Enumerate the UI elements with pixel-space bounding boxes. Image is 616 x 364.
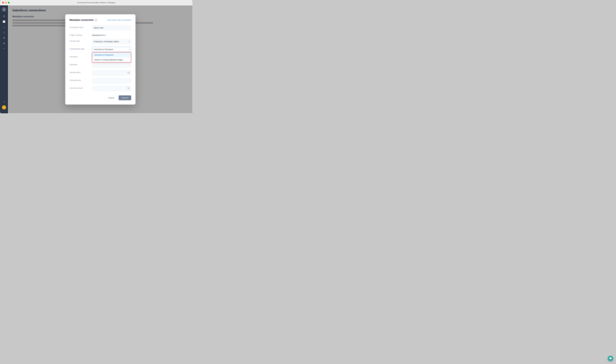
project-version-value: Salesforce/V.0.1 <box>92 33 131 36</box>
connection-name-input[interactable] <box>92 25 131 30</box>
dropdown-item-username-password[interactable]: Username & Password <box>92 52 131 57</box>
auth-type-value: Username & Password <box>94 48 113 51</box>
sidebar-icon-settings[interactable]: ⚙ <box>2 36 6 40</box>
consumer-secret-input[interactable] <box>92 86 131 91</box>
info-icon[interactable]: ? <box>95 19 97 21</box>
app-window: AI Powered Test Automation Platform | Te… <box>0 0 192 113</box>
password-label: Password <box>69 63 90 65</box>
password-row: Password <box>69 63 131 68</box>
traffic-lights <box>2 2 10 3</box>
cancel-button[interactable]: Cancel <box>106 95 117 100</box>
auth-type-label: Authentication type <box>69 47 90 50</box>
username-label: Username <box>69 55 90 58</box>
password-field <box>92 63 131 68</box>
sidebar-icon-integrations[interactable]: ⊞ <box>2 41 6 45</box>
consumer-key-input[interactable] <box>92 78 131 83</box>
modal-title-text: Metadata connection <box>69 19 94 21</box>
connect-with-value: Production / Developer edition <box>94 40 119 43</box>
connection-name-row: Connection name <box>69 25 131 30</box>
project-version-row: Project / Version Salesforce/V.0.1 <box>69 33 131 36</box>
security-token-field <box>92 70 131 75</box>
consumer-key-row: Consumer key <box>69 78 131 83</box>
connect-with-label: Connect with <box>69 39 90 42</box>
consumer-secret-row: Consumer secret <box>69 86 131 91</box>
learn-how-link[interactable]: Learn how to add a connection <box>107 19 131 21</box>
sidebar-icon-reports[interactable]: ≈ <box>2 46 6 51</box>
consumer-secret-field <box>92 86 131 91</box>
auth-type-dropdown-menu: Username & Password OAuth 2.0 (using Sal… <box>92 52 131 63</box>
modal-header: Metadata connection ? Learn how to add a… <box>69 19 131 21</box>
auth-type-select-wrapper: Username & Password ▴ Username & Passwor… <box>92 47 131 52</box>
user-badge[interactable]: U <box>2 105 6 110</box>
project-version-label: Project / Version <box>69 33 90 36</box>
titlebar: AI Powered Test Automation Platform | Te… <box>0 0 192 5</box>
dropdown-item-oauth[interactable]: OAuth 2.0 (using Salesforce login) <box>92 57 131 62</box>
auth-type-field: Username & Password ▴ Username & Passwor… <box>92 47 131 52</box>
connect-with-select[interactable]: Production / Developer edition <box>92 39 131 44</box>
auth-type-row: Authentication type Username & Password … <box>69 47 131 52</box>
consumer-key-label: Consumer key <box>69 78 90 81</box>
avatar[interactable] <box>2 7 6 12</box>
modal-title: Metadata connection ? <box>69 19 97 21</box>
connection-name-field <box>92 25 131 30</box>
main-content: Salesforce connections Metadata connecti… <box>8 5 192 113</box>
modal-overlay: Metadata connection ? Learn how to add a… <box>8 5 192 113</box>
consumer-secret-eye-icon[interactable] <box>127 87 130 90</box>
connect-with-field: Production / Developer edition ▾ <box>92 39 131 44</box>
connect-with-select-wrapper: Production / Developer edition ▾ <box>92 39 131 44</box>
security-token-input[interactable] <box>92 70 131 75</box>
password-input[interactable] <box>92 63 131 68</box>
window-title: AI Powered Test Automation Platform | Te… <box>77 2 115 4</box>
sidebar-icon-dashboard[interactable]: ⬜ <box>2 19 6 24</box>
close-button[interactable] <box>2 2 4 3</box>
modal-footer: Cancel Connect <box>69 95 131 100</box>
app-body: ☰ ⬜ △ ⬡ ⚙ ⊞ ≈ ? U Salesforce connections… <box>0 5 192 113</box>
sidebar: ☰ ⬜ △ ⬡ ⚙ ⊞ ≈ ? U <box>0 5 8 113</box>
maximize-button[interactable] <box>8 2 10 3</box>
security-token-label: Security token <box>69 70 90 73</box>
connect-with-row: Connect with Production / Developer edit… <box>69 39 131 44</box>
connection-name-label: Connection name <box>69 25 90 28</box>
minimize-button[interactable] <box>5 2 7 3</box>
project-version-field: Salesforce/V.0.1 <box>92 33 131 36</box>
consumer-secret-label: Consumer secret <box>69 86 90 89</box>
security-token-row: Security token <box>69 70 131 75</box>
sidebar-icon-menu[interactable]: ☰ <box>2 14 6 18</box>
sidebar-icon-help[interactable]: ? <box>2 100 6 104</box>
sidebar-icon-projects[interactable]: △ <box>2 25 6 29</box>
metadata-connection-modal: Metadata connection ? Learn how to add a… <box>65 14 136 104</box>
sidebar-icon-tests[interactable]: ⬡ <box>2 30 6 35</box>
connect-button[interactable]: Connect <box>119 95 131 100</box>
auth-type-select[interactable]: Username & Password <box>92 47 131 52</box>
consumer-key-field <box>92 78 131 83</box>
security-token-eye-icon[interactable] <box>127 71 130 74</box>
